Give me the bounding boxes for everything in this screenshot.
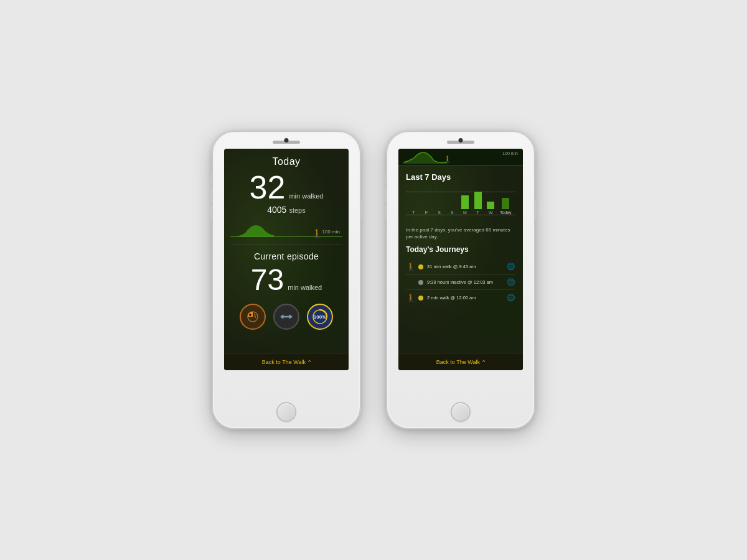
- vol-up-2[interactable]: [385, 188, 387, 202]
- steps-label: steps: [289, 207, 305, 214]
- bar-T: T: [410, 209, 417, 215]
- episode-min-walked: min walked: [288, 284, 322, 291]
- last7-title: Last 7 Days: [406, 172, 515, 182]
- camera-1: [284, 138, 289, 142]
- journey-item-1: 🚶 31 min walk @ 9:43 am 🌐: [406, 259, 515, 275]
- home-btn-2[interactable]: [451, 402, 471, 422]
- avg-text: In the past 7 days, you've averaged 65 m…: [406, 226, 515, 240]
- journey-list: 🚶 31 min walk @ 9:43 am 🌐 9:39 hours ina…: [406, 259, 515, 306]
- badge-sun: [240, 304, 266, 330]
- journey-dot-3: [418, 296, 423, 301]
- vol-down-1[interactable]: [210, 205, 212, 219]
- bar-M: M: [461, 195, 469, 215]
- activity-hill-svg: [237, 223, 274, 236]
- journey-dot-1: [418, 264, 423, 269]
- back-bar-2[interactable]: Back to The Walk ^: [398, 353, 523, 370]
- walker-icon-1: 🚶: [312, 228, 322, 238]
- bar-label-S1: S: [438, 210, 441, 215]
- today-label: Today: [272, 156, 300, 167]
- iphone-1: Today 32 min walked 4005 steps: [212, 131, 361, 429]
- back-label-2: Back to The Walk: [436, 359, 480, 365]
- camera-2: [459, 138, 463, 142]
- episode-number: 73: [251, 265, 284, 295]
- vol-down-2[interactable]: [385, 205, 387, 219]
- bar-S1: S: [436, 209, 443, 215]
- home-btn-1[interactable]: [276, 402, 296, 422]
- vol-up-1[interactable]: [210, 188, 212, 202]
- mute-btn-1[interactable]: [210, 174, 212, 183]
- top-hill-svg: [403, 151, 447, 164]
- top-graph-bar: 🚶 100 min: [398, 149, 523, 166]
- badge-arrows: [273, 304, 299, 330]
- journey-text-2: 9:39 hours inactive @ 12:03 am: [427, 279, 503, 286]
- bar-label-W: W: [489, 210, 493, 215]
- bar-label-M: M: [463, 210, 467, 215]
- activity-bar: 🚶 100 min: [230, 220, 342, 242]
- top-100min-label: 100 min: [502, 151, 518, 156]
- arrows-icon: [280, 312, 293, 321]
- svg-point-1: [249, 314, 251, 316]
- globe-icon-1[interactable]: 🌐: [507, 263, 515, 271]
- bar-label-T2: T: [476, 210, 479, 215]
- journey-dot-2: [418, 280, 423, 285]
- journey-walker-1: 🚶: [406, 262, 415, 271]
- globe-icon-2[interactable]: 🌐: [507, 278, 515, 286]
- iphone-2: 🚶 100 min Last 7 Days: [386, 131, 535, 429]
- bar-label-today: Today: [500, 210, 512, 215]
- journey-item-2: 9:39 hours inactive @ 12:03 am 🌐: [406, 275, 515, 290]
- svg-marker-2: [280, 314, 293, 319]
- steps-count: 4005: [267, 205, 286, 215]
- current-episode-label: Current episode: [254, 251, 319, 261]
- mute-btn-2[interactable]: [385, 174, 387, 183]
- bar-rect-W: [487, 202, 494, 209]
- journey-text-1: 31 min walk @ 9:43 am: [427, 264, 503, 270]
- walker-icon-2: 🚶: [443, 155, 503, 164]
- badges-row: 100%: [240, 304, 333, 330]
- bar-label-T: T: [412, 210, 415, 215]
- bar-rect-M: [461, 195, 469, 209]
- journey-text-3: 2 min walk @ 12:00 am: [427, 295, 503, 301]
- sun-moon-icon: [246, 310, 260, 324]
- bar-W: W: [487, 202, 494, 215]
- badge-100: 100%: [307, 304, 333, 330]
- bar-rect-today: [502, 198, 509, 209]
- bar-chart: T F S: [406, 187, 515, 224]
- back-chevron-2: ^: [482, 359, 485, 365]
- journey-walker-3: 🚶: [406, 293, 415, 302]
- activity-100min-label: 100 min: [322, 229, 340, 235]
- journey-item-3: 🚶 2 min walk @ 12:00 am 🌐: [406, 290, 515, 306]
- globe-icon-3[interactable]: 🌐: [507, 294, 515, 302]
- power-btn-1[interactable]: [360, 200, 362, 219]
- power-btn-2[interactable]: [535, 200, 537, 219]
- bar-T2: T: [474, 192, 482, 215]
- bar-today: Today: [500, 198, 512, 215]
- bar-rect-T2: [474, 192, 482, 209]
- bar-S2: S: [448, 209, 456, 215]
- today-min-walked-label: min walked: [289, 192, 323, 200]
- screen-2: 🚶 100 min Last 7 Days: [398, 149, 523, 370]
- bar-label-F: F: [425, 210, 428, 215]
- bar-F: F: [423, 209, 430, 215]
- bar-label-S2: S: [451, 210, 454, 215]
- todays-journeys-title: Today's Journeys: [406, 245, 515, 254]
- badge-100-icon: 100%: [311, 308, 329, 325]
- screen-1: Today 32 min walked 4005 steps: [224, 149, 349, 370]
- svg-text:100%: 100%: [314, 314, 326, 320]
- today-steps-number: 32: [250, 171, 286, 203]
